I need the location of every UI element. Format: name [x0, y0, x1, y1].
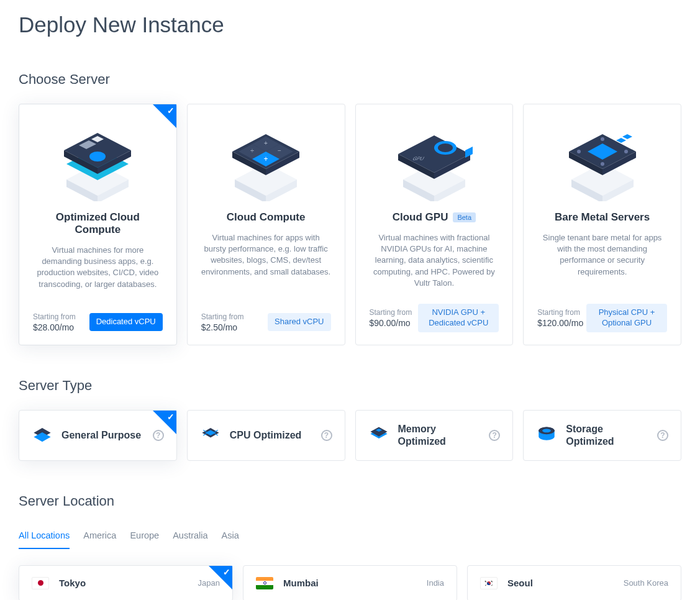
help-icon[interactable]: ? — [657, 430, 668, 441]
type-card-memory-optimized[interactable]: Memory Optimized ? — [355, 410, 514, 461]
svg-point-31 — [438, 143, 453, 152]
server-desc: Single tenant bare metal for apps with t… — [537, 232, 667, 278]
cpu-badge: Shared vCPU — [268, 313, 330, 331]
page-title: Deploy New Instance — [19, 12, 681, 37]
flag-india-icon — [256, 577, 273, 589]
starting-from-label: Starting from — [201, 312, 244, 321]
type-label: CPU Optimized — [230, 429, 312, 442]
help-icon[interactable]: ? — [489, 430, 500, 441]
server-illustration-icon: GPU — [370, 114, 499, 207]
server-desc: Virtual machines for more demanding busi… — [33, 245, 163, 290]
help-icon[interactable]: ? — [321, 430, 332, 441]
cpu-badge: NVIDIA GPU + Dedicated vCPU — [418, 304, 499, 332]
svg-point-7 — [89, 152, 106, 161]
server-price: $120.00/mo — [537, 318, 583, 328]
flag-south-korea-icon — [480, 577, 498, 589]
flag-japan-icon — [32, 577, 49, 589]
starting-from-label: Starting from — [33, 312, 76, 321]
svg-line-67 — [491, 584, 493, 586]
beta-badge: Beta — [453, 212, 476, 222]
memory-icon — [368, 425, 389, 446]
cpu-badge: Physical CPU + Optional GPU — [586, 304, 667, 332]
starting-from-label: Starting from — [537, 308, 583, 317]
location-card-tokyo[interactable]: Tokyo Japan — [19, 565, 233, 600]
svg-text:+: + — [264, 140, 268, 147]
svg-line-66 — [485, 584, 486, 586]
tab-asia[interactable]: Asia — [222, 525, 239, 549]
svg-point-43 — [601, 137, 604, 141]
layers-icon — [32, 425, 53, 446]
server-desc: Virtual machines with fractional NVIDIA … — [370, 232, 499, 289]
server-illustration-icon — [33, 114, 163, 207]
svg-text:−: − — [278, 147, 281, 154]
selected-check-icon — [209, 566, 232, 589]
choose-server-heading: Choose Server — [19, 71, 681, 88]
type-card-storage-optimized[interactable]: Storage Optimized ? — [523, 410, 681, 461]
server-card-cloud-gpu[interactable]: GPU Cloud GPU Beta Virtual machines with… — [355, 104, 514, 345]
location-card-seoul[interactable]: Seoul South Korea — [467, 565, 681, 600]
svg-text:÷: ÷ — [250, 147, 254, 154]
location-city: Seoul — [507, 578, 614, 588]
choose-server-section: Choose Server — [19, 71, 681, 345]
cpu-badge: Dedicated vCPU — [89, 313, 163, 331]
selected-check-icon — [153, 104, 176, 128]
location-card-mumbai[interactable]: Mumbai India — [243, 565, 457, 600]
selected-check-icon — [153, 411, 176, 434]
location-city: Tokyo — [59, 578, 188, 588]
server-title: Bare Metal Servers — [555, 211, 650, 224]
server-illustration-icon: + ÷ − + — [201, 114, 331, 207]
svg-point-41 — [577, 150, 581, 153]
cpu-icon — [200, 425, 221, 446]
server-price: $28.00/mo — [33, 322, 76, 332]
server-location-heading: Server Location — [19, 493, 681, 509]
server-card-bare-metal[interactable]: Bare Metal Servers Single tenant bare me… — [523, 104, 681, 345]
type-label: Memory Optimized — [398, 423, 481, 448]
storage-icon — [536, 425, 557, 446]
server-desc: Virtual machines for apps with bursty pe… — [201, 232, 331, 278]
server-type-section: Server Type General Purpose ? CPU Optimi… — [19, 378, 681, 461]
type-card-cpu-optimized[interactable]: CPU Optimized ? — [187, 410, 345, 461]
server-card-cloud-compute[interactable]: + ÷ − + Cloud Compute Virtual machines f… — [187, 104, 345, 345]
tab-america[interactable]: America — [83, 525, 116, 549]
location-country: India — [427, 578, 444, 588]
svg-point-42 — [624, 150, 628, 153]
server-illustration-icon — [537, 114, 667, 207]
server-price: $90.00/mo — [370, 318, 412, 328]
type-card-general-purpose[interactable]: General Purpose ? — [19, 410, 177, 461]
type-label: Storage Optimized — [566, 423, 648, 448]
location-tabs: All Locations America Europe Australia A… — [19, 525, 681, 549]
server-price: $2.50/mo — [201, 322, 244, 332]
svg-point-44 — [601, 162, 604, 166]
server-title: Optimized Cloud Compute — [33, 211, 163, 236]
location-city: Mumbai — [283, 578, 417, 588]
server-type-heading: Server Type — [19, 378, 681, 394]
location-country: South Korea — [624, 578, 668, 588]
server-title: Cloud GPU — [393, 211, 448, 224]
server-title: Cloud Compute — [227, 211, 306, 224]
svg-marker-27 — [398, 135, 470, 173]
svg-point-60 — [542, 429, 551, 432]
tab-europe[interactable]: Europe — [130, 525, 159, 549]
server-card-optimized-cloud-compute[interactable]: Optimized Cloud Compute Virtual machines… — [19, 104, 177, 345]
type-label: General Purpose — [61, 429, 144, 442]
svg-marker-46 — [622, 134, 632, 139]
tab-all-locations[interactable]: All Locations — [19, 525, 70, 549]
svg-text:+: + — [264, 155, 268, 163]
starting-from-label: Starting from — [370, 308, 412, 317]
tab-australia[interactable]: Australia — [173, 525, 207, 549]
server-location-section: Server Location All Locations America Eu… — [19, 493, 681, 600]
